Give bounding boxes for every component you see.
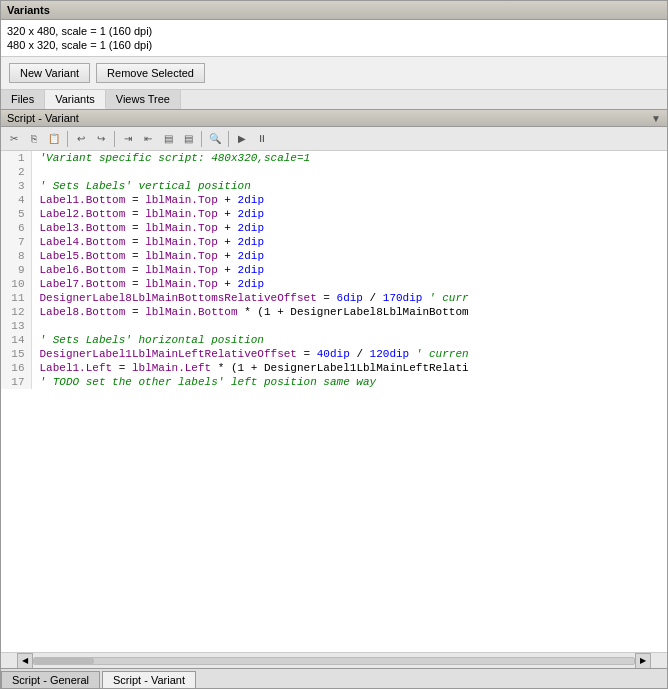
code-token: + [218,278,238,290]
scroll-thumb[interactable] [34,658,94,664]
line-number: 2 [1,165,31,179]
scroll-track[interactable] [33,657,635,665]
toolbar-pause-icon[interactable]: ⏸ [253,130,271,148]
code-token: + [218,222,238,234]
bottom-tab-script-general[interactable]: Script - General [1,671,100,688]
table-row: 12 Label8.Bottom = lblMain.Bottom * (1 +… [1,305,667,319]
new-variant-button[interactable]: New Variant [9,63,90,83]
code-token: = [125,222,145,234]
toolbar-undo-icon[interactable]: ↩ [72,130,90,148]
code-token: ' TODO set the other labels' left positi… [40,376,377,388]
code-token: lblMain.Bottom [145,306,237,318]
code-line: Label1.Bottom = lblMain.Top + 2dip [31,193,667,207]
toolbar-sep-4 [228,131,229,147]
code-line: Label5.Bottom = lblMain.Top + 2dip [31,249,667,263]
table-row: 1 'Variant specific script: 480x320,scal… [1,151,667,165]
table-row: 11 DesignerLabel8LblMainBottomsRelativeO… [1,291,667,305]
code-token: lblMain.Top [145,236,218,248]
code-token: Label7.Bottom [40,278,126,290]
code-token: lblMain.Top [145,250,218,262]
code-token: 2dip [238,194,264,206]
line-number: 13 [1,319,31,333]
table-row: 14 ' Sets Labels' horizontal position [1,333,667,347]
scroll-left-arrow[interactable]: ◀ [17,653,33,669]
code-token: 'Variant specific script: 480x320,scale=… [40,152,311,164]
table-row: 3 ' Sets Labels' vertical position [1,179,667,193]
table-row: 17 ' TODO set the other labels' left pos… [1,375,667,389]
code-table: 1 'Variant specific script: 480x320,scal… [1,151,667,389]
code-token: = [297,348,317,360]
tab-variants[interactable]: Variants [45,90,106,109]
script-header-dropdown-icon[interactable]: ▼ [651,113,661,124]
scroll-right-arrow[interactable]: ▶ [635,653,651,669]
toolbar-sep-3 [201,131,202,147]
variant-item-1[interactable]: 320 x 480, scale = 1 (160 dpi) [7,24,661,38]
table-row: 9 Label6.Bottom = lblMain.Top + 2dip [1,263,667,277]
table-row: 6 Label3.Bottom = lblMain.Top + 2dip [1,221,667,235]
line-number: 4 [1,193,31,207]
toolbar-copy-icon[interactable]: ⎘ [25,130,43,148]
code-line: Label6.Bottom = lblMain.Top + 2dip [31,263,667,277]
toolbar-outdent-icon[interactable]: ⇤ [139,130,157,148]
toolbar-search-icon[interactable]: 🔍 [206,130,224,148]
line-number: 3 [1,179,31,193]
code-line: DesignerLabel1LblMainLeftRelativeOffset … [31,347,667,361]
remove-selected-button[interactable]: Remove Selected [96,63,205,83]
code-token: ' Sets Labels' horizontal position [40,334,264,346]
tab-views-tree[interactable]: Views Tree [106,90,181,109]
code-token: DesignerLabel1LblMainLeftRelativeOffset [40,348,297,360]
table-row: 2 [1,165,667,179]
code-token: / [363,292,383,304]
table-row: 4 Label1.Bottom = lblMain.Top + 2dip [1,193,667,207]
code-token: 2dip [238,236,264,248]
table-row: 16 Label1.Left = lblMain.Left * (1 + Des… [1,361,667,375]
toolbar-redo-icon[interactable]: ↪ [92,130,110,148]
line-number: 6 [1,221,31,235]
code-token: = [125,306,145,318]
code-token: 2dip [238,222,264,234]
code-token: ' curr [422,292,468,304]
code-token: Label8.Bottom [40,306,126,318]
toolbar-format2-icon[interactable]: ▤ [179,130,197,148]
code-token: * (1 + DesignerLabel1LblMainLeftRelati [211,362,468,374]
buttons-row: New Variant Remove Selected [1,57,667,90]
code-line: ' Sets Labels' horizontal position [31,333,667,347]
code-token: + [218,208,238,220]
line-number: 16 [1,361,31,375]
code-token: Label6.Bottom [40,264,126,276]
toolbar-paste-icon[interactable]: 📋 [45,130,63,148]
code-line: 'Variant specific script: 480x320,scale=… [31,151,667,165]
code-token: 40dip [317,348,350,360]
code-editor[interactable]: 1 'Variant specific script: 480x320,scal… [1,151,667,652]
line-number: 9 [1,263,31,277]
code-token: Label2.Bottom [40,208,126,220]
code-line: Label8.Bottom = lblMain.Bottom * (1 + De… [31,305,667,319]
variant-item-2[interactable]: 480 x 320, scale = 1 (160 dpi) [7,38,661,52]
code-token: 120dip [370,348,410,360]
code-token: + [218,264,238,276]
line-number: 15 [1,347,31,361]
toolbar-run-icon[interactable]: ▶ [233,130,251,148]
toolbar-cut-icon[interactable]: ✂ [5,130,23,148]
script-header-title: Script - Variant [7,112,79,124]
table-row: 10 Label7.Bottom = lblMain.Top + 2dip [1,277,667,291]
toolbar-indent-icon[interactable]: ⇥ [119,130,137,148]
code-token: lblMain.Left [132,362,211,374]
code-token: DesignerLabel8LblMainBottomsRelativeOffs… [40,292,317,304]
code-token: lblMain.Top [145,194,218,206]
code-line: Label7.Bottom = lblMain.Top + 2dip [31,277,667,291]
toolbar-sep-1 [67,131,68,147]
toolbar-format1-icon[interactable]: ▤ [159,130,177,148]
code-token: + [218,236,238,248]
bottom-tab-script-variant[interactable]: Script - Variant [102,671,196,688]
tabs-row: Files Variants Views Tree [1,90,667,110]
variants-panel-title: Variants [7,4,50,16]
tab-files[interactable]: Files [1,90,45,109]
code-token: 2dip [238,250,264,262]
script-section-header: Script - Variant ▼ [1,110,667,127]
code-token: = [125,278,145,290]
code-line: Label3.Bottom = lblMain.Top + 2dip [31,221,667,235]
horizontal-scrollbar[interactable]: ◀ ▶ [1,652,667,668]
code-line: Label4.Bottom = lblMain.Top + 2dip [31,235,667,249]
toolbar-sep-2 [114,131,115,147]
